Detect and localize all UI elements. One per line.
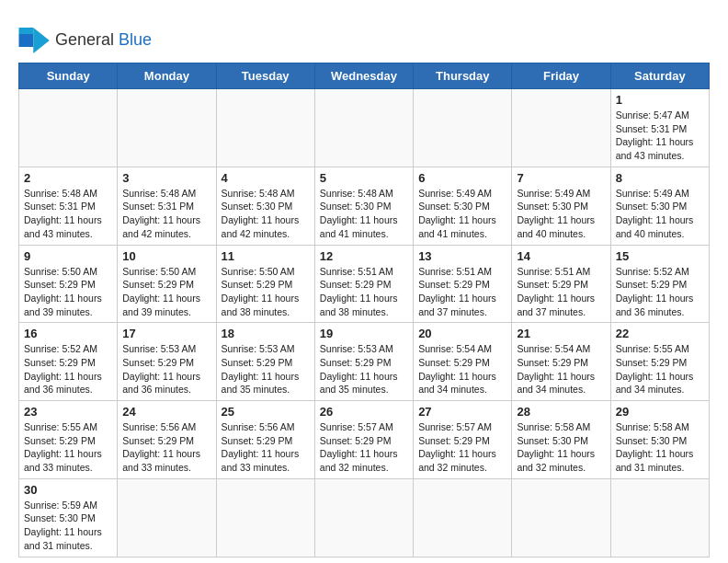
weekday-header-sunday: Sunday bbox=[19, 63, 118, 89]
cell-info: Sunrise: 5:49 AMSunset: 5:30 PMDaylight:… bbox=[517, 187, 605, 241]
calendar-cell bbox=[314, 478, 413, 557]
calendar-cell bbox=[19, 89, 118, 167]
day-number: 22 bbox=[616, 327, 704, 340]
day-number: 20 bbox=[418, 327, 506, 340]
day-number: 2 bbox=[24, 171, 112, 185]
day-number: 24 bbox=[122, 405, 210, 419]
day-number: 21 bbox=[517, 327, 605, 340]
cell-info: Sunrise: 5:55 AMSunset: 5:29 PMDaylight:… bbox=[24, 420, 112, 475]
weekday-header-monday: Monday bbox=[118, 63, 216, 89]
cell-info: Sunrise: 5:57 AMSunset: 5:29 PMDaylight:… bbox=[320, 420, 408, 475]
weekday-header-saturday: Saturday bbox=[610, 63, 709, 89]
week-row-2: 9Sunrise: 5:50 AMSunset: 5:29 PMDaylight… bbox=[19, 245, 710, 323]
day-number: 14 bbox=[517, 249, 605, 263]
day-number: 4 bbox=[222, 171, 310, 185]
weekday-header-wednesday: Wednesday bbox=[314, 63, 413, 89]
cell-info: Sunrise: 5:58 AMSunset: 5:30 PMDaylight:… bbox=[616, 420, 704, 475]
day-number: 10 bbox=[122, 249, 210, 263]
cell-info: Sunrise: 5:53 AMSunset: 5:29 PMDaylight:… bbox=[222, 342, 310, 396]
cell-info: Sunrise: 5:56 AMSunset: 5:29 PMDaylight:… bbox=[122, 420, 210, 475]
calendar-cell: 11Sunrise: 5:50 AMSunset: 5:29 PMDayligh… bbox=[216, 245, 314, 323]
calendar-cell: 5Sunrise: 5:48 AMSunset: 5:30 PMDaylight… bbox=[314, 167, 413, 245]
calendar-cell: 19Sunrise: 5:53 AMSunset: 5:29 PMDayligh… bbox=[314, 323, 413, 401]
cell-info: Sunrise: 5:56 AMSunset: 5:29 PMDaylight:… bbox=[222, 420, 310, 475]
cell-info: Sunrise: 5:57 AMSunset: 5:29 PMDaylight:… bbox=[418, 420, 506, 475]
day-number: 16 bbox=[24, 327, 112, 340]
week-row-0: 1Sunrise: 5:47 AMSunset: 5:31 PMDaylight… bbox=[19, 89, 710, 167]
calendar-cell: 16Sunrise: 5:52 AMSunset: 5:29 PMDayligh… bbox=[19, 323, 118, 401]
calendar-cell bbox=[512, 478, 610, 557]
day-number: 1 bbox=[616, 93, 704, 107]
calendar-cell bbox=[216, 478, 314, 557]
calendar-cell: 6Sunrise: 5:49 AMSunset: 5:30 PMDaylight… bbox=[414, 167, 512, 245]
weekday-header-friday: Friday bbox=[512, 63, 610, 89]
cell-info: Sunrise: 5:54 AMSunset: 5:29 PMDaylight:… bbox=[418, 342, 506, 396]
day-number: 5 bbox=[320, 171, 408, 185]
cell-info: Sunrise: 5:58 AMSunset: 5:30 PMDaylight:… bbox=[517, 420, 605, 475]
calendar-cell bbox=[118, 89, 216, 167]
day-number: 15 bbox=[616, 249, 704, 263]
cell-info: Sunrise: 5:50 AMSunset: 5:29 PMDaylight:… bbox=[122, 265, 210, 319]
weekday-header-tuesday: Tuesday bbox=[216, 63, 314, 89]
calendar-cell: 23Sunrise: 5:55 AMSunset: 5:29 PMDayligh… bbox=[19, 401, 118, 479]
calendar-cell: 22Sunrise: 5:55 AMSunset: 5:29 PMDayligh… bbox=[610, 323, 709, 401]
calendar-cell: 18Sunrise: 5:53 AMSunset: 5:29 PMDayligh… bbox=[216, 323, 314, 401]
calendar-table: SundayMondayTuesdayWednesdayThursdayFrid… bbox=[18, 63, 710, 557]
calendar-cell: 14Sunrise: 5:51 AMSunset: 5:29 PMDayligh… bbox=[512, 245, 610, 323]
cell-info: Sunrise: 5:59 AMSunset: 5:30 PMDaylight:… bbox=[24, 499, 112, 553]
cell-info: Sunrise: 5:53 AMSunset: 5:29 PMDaylight:… bbox=[320, 342, 408, 396]
day-number: 7 bbox=[517, 171, 605, 185]
cell-info: Sunrise: 5:49 AMSunset: 5:30 PMDaylight:… bbox=[616, 187, 704, 241]
day-number: 12 bbox=[320, 249, 408, 263]
calendar-cell bbox=[216, 89, 314, 167]
calendar-cell: 3Sunrise: 5:48 AMSunset: 5:31 PMDaylight… bbox=[118, 167, 216, 245]
svg-rect-2 bbox=[19, 28, 34, 34]
cell-info: Sunrise: 5:51 AMSunset: 5:29 PMDaylight:… bbox=[517, 265, 605, 319]
weekday-header-row: SundayMondayTuesdayWednesdayThursdayFrid… bbox=[19, 63, 710, 89]
calendar-cell: 21Sunrise: 5:54 AMSunset: 5:29 PMDayligh… bbox=[512, 323, 610, 401]
cell-info: Sunrise: 5:50 AMSunset: 5:29 PMDaylight:… bbox=[24, 265, 112, 319]
day-number: 28 bbox=[517, 405, 605, 419]
calendar-cell: 9Sunrise: 5:50 AMSunset: 5:29 PMDaylight… bbox=[19, 245, 118, 323]
calendar-cell: 27Sunrise: 5:57 AMSunset: 5:29 PMDayligh… bbox=[414, 401, 512, 479]
day-number: 18 bbox=[222, 327, 310, 340]
calendar-cell: 15Sunrise: 5:52 AMSunset: 5:29 PMDayligh… bbox=[610, 245, 709, 323]
day-number: 8 bbox=[616, 171, 704, 185]
cell-info: Sunrise: 5:54 AMSunset: 5:29 PMDaylight:… bbox=[517, 342, 605, 396]
day-number: 23 bbox=[24, 405, 112, 419]
day-number: 9 bbox=[24, 249, 112, 263]
svg-marker-1 bbox=[33, 28, 50, 53]
calendar-cell bbox=[414, 478, 512, 557]
cell-info: Sunrise: 5:51 AMSunset: 5:29 PMDaylight:… bbox=[320, 265, 408, 319]
cell-info: Sunrise: 5:55 AMSunset: 5:29 PMDaylight:… bbox=[616, 342, 704, 396]
cell-info: Sunrise: 5:51 AMSunset: 5:29 PMDaylight:… bbox=[418, 265, 506, 319]
calendar-cell bbox=[118, 478, 216, 557]
calendar-cell: 24Sunrise: 5:56 AMSunset: 5:29 PMDayligh… bbox=[118, 401, 216, 479]
cell-info: Sunrise: 5:50 AMSunset: 5:29 PMDaylight:… bbox=[222, 265, 310, 319]
calendar-cell: 26Sunrise: 5:57 AMSunset: 5:29 PMDayligh… bbox=[314, 401, 413, 479]
day-number: 30 bbox=[24, 483, 112, 497]
calendar-cell: 25Sunrise: 5:56 AMSunset: 5:29 PMDayligh… bbox=[216, 401, 314, 479]
calendar-cell: 29Sunrise: 5:58 AMSunset: 5:30 PMDayligh… bbox=[610, 401, 709, 479]
day-number: 3 bbox=[122, 171, 210, 185]
page-header: General Blue bbox=[18, 18, 710, 53]
week-row-4: 23Sunrise: 5:55 AMSunset: 5:29 PMDayligh… bbox=[19, 401, 710, 479]
weekday-header-thursday: Thursday bbox=[414, 63, 512, 89]
day-number: 27 bbox=[418, 405, 506, 419]
day-number: 25 bbox=[222, 405, 310, 419]
calendar-cell: 4Sunrise: 5:48 AMSunset: 5:30 PMDaylight… bbox=[216, 167, 314, 245]
svg-rect-0 bbox=[19, 34, 34, 47]
calendar-cell: 20Sunrise: 5:54 AMSunset: 5:29 PMDayligh… bbox=[414, 323, 512, 401]
calendar-cell: 7Sunrise: 5:49 AMSunset: 5:30 PMDaylight… bbox=[512, 167, 610, 245]
day-number: 17 bbox=[122, 327, 210, 340]
week-row-3: 16Sunrise: 5:52 AMSunset: 5:29 PMDayligh… bbox=[19, 323, 710, 401]
day-number: 19 bbox=[320, 327, 408, 340]
calendar-cell: 10Sunrise: 5:50 AMSunset: 5:29 PMDayligh… bbox=[118, 245, 216, 323]
day-number: 26 bbox=[320, 405, 408, 419]
calendar-cell: 28Sunrise: 5:58 AMSunset: 5:30 PMDayligh… bbox=[512, 401, 610, 479]
cell-info: Sunrise: 5:48 AMSunset: 5:30 PMDaylight:… bbox=[320, 187, 408, 241]
cell-info: Sunrise: 5:48 AMSunset: 5:31 PMDaylight:… bbox=[122, 187, 210, 241]
cell-info: Sunrise: 5:48 AMSunset: 5:31 PMDaylight:… bbox=[24, 187, 112, 241]
calendar-cell: 17Sunrise: 5:53 AMSunset: 5:29 PMDayligh… bbox=[118, 323, 216, 401]
calendar-cell: 2Sunrise: 5:48 AMSunset: 5:31 PMDaylight… bbox=[19, 167, 118, 245]
